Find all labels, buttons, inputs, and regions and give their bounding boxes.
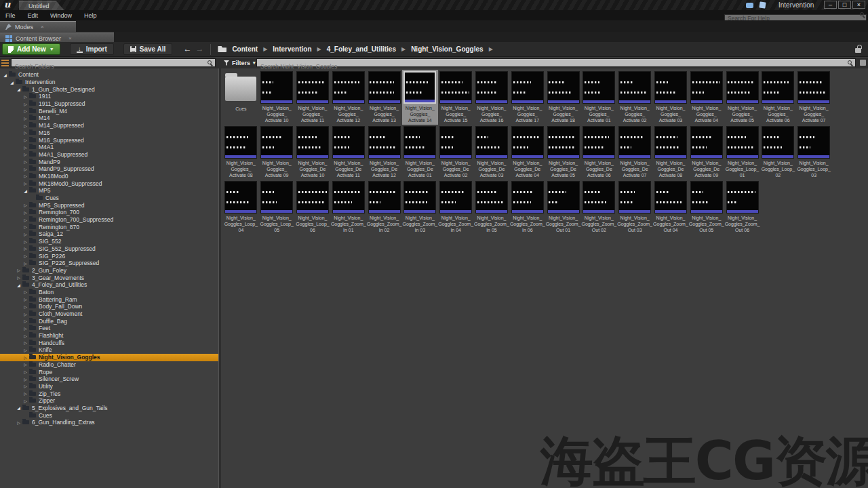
collapsed-arrow-icon[interactable]: ▷ bbox=[22, 116, 28, 121]
collapsed-arrow-icon[interactable]: ▷ bbox=[22, 174, 28, 178]
tree-item-cues[interactable]: Cues bbox=[0, 195, 218, 202]
save-all-button[interactable]: Save All bbox=[123, 43, 173, 55]
collapsed-arrow-icon[interactable]: ▷ bbox=[22, 218, 28, 222]
asset-tile-night_vision_goggles_deactivate-03[interactable]: Night_Vision_Goggles_DeActivate 03 bbox=[474, 125, 510, 180]
collapsed-arrow-icon[interactable]: ▷ bbox=[22, 123, 28, 128]
tree-item-m14_suppressed[interactable]: ▷M14_Suppressed bbox=[0, 122, 218, 129]
asset-tile-night_vision_goggles_activate-10[interactable]: Night_Vision_Goggles_Activate 10 bbox=[259, 70, 295, 125]
asset-tile-night_vision_goggles_zoom_in-06[interactable]: Night_Vision_Goggles_Zoom_In 06 bbox=[509, 180, 545, 235]
collapsed-arrow-icon[interactable]: ▷ bbox=[22, 239, 28, 244]
import-button[interactable]: ↓ Import bbox=[70, 43, 114, 55]
collapsed-arrow-icon[interactable]: ▷ bbox=[22, 289, 28, 294]
collapsed-arrow-icon[interactable]: ▷ bbox=[22, 333, 28, 338]
tree-item-mk18mod0_suppressed[interactable]: ▷MK18Mod0_Suppressed bbox=[0, 180, 218, 187]
save-search-icon[interactable] bbox=[860, 60, 866, 66]
close-icon[interactable]: × bbox=[41, 24, 44, 30]
tree-item-4_foley_and_utilities[interactable]: ◢4_Foley_and_Utilities bbox=[0, 281, 218, 289]
tree-item-sig_552_suppressed[interactable]: ▷SIG_552_Suppressed bbox=[0, 245, 218, 253]
asset-tile-night_vision_goggles_deactivate-02[interactable]: Night_Vision_Goggles_DeActivate 02 bbox=[438, 125, 474, 180]
tree-item-radio_chatter[interactable]: ▷Radio_Chatter bbox=[0, 361, 218, 369]
collapsed-arrow-icon[interactable]: ▷ bbox=[22, 108, 28, 113]
menu-file[interactable]: File bbox=[5, 12, 16, 19]
breadcrumb-item-4_foley_and_utilities[interactable]: 4_Foley_and_Utilities bbox=[327, 45, 396, 53]
document-tab[interactable]: Untitled bbox=[19, 1, 64, 10]
asset-tile-night_vision_goggles_deactivate-04[interactable]: Night_Vision_Goggles_DeActivate 04 bbox=[509, 125, 545, 180]
asset-tile-night_vision_goggles_deactivate-06[interactable]: Night_Vision_Goggles_DeActivate 06 bbox=[581, 125, 617, 180]
filters-dropdown[interactable]: Filters ▾ bbox=[224, 58, 256, 68]
asset-tile-night_vision_goggles_activate-14[interactable]: Night_Vision_Goggles_Activate 14 bbox=[402, 70, 438, 125]
unlock-icon[interactable] bbox=[855, 48, 861, 53]
asset-tile-night_vision_goggles_deactivate-09[interactable]: Night_Vision_Goggles_DeActivate 09 bbox=[688, 125, 724, 180]
collapsed-arrow-icon[interactable]: ▷ bbox=[22, 167, 28, 171]
collapsed-arrow-icon[interactable]: ▷ bbox=[22, 138, 28, 142]
collapsed-arrow-icon[interactable]: ▷ bbox=[22, 319, 28, 323]
tree-item-feet[interactable]: ▷Feet bbox=[0, 325, 218, 332]
asset-tile-night_vision_goggles_zoom_in-01[interactable]: Night_Vision_Goggles_Zoom_In 01 bbox=[330, 180, 366, 235]
asset-tile-night_vision_goggles_activate-05[interactable]: Night_Vision_Goggles_Activate 05 bbox=[724, 70, 760, 125]
asset-tile-night_vision_goggles_activate-09[interactable]: Night_Vision_Goggles_Activate 09 bbox=[259, 125, 295, 180]
add-new-button[interactable]: Add New ▼ bbox=[2, 43, 60, 55]
collapsed-arrow-icon[interactable]: ▷ bbox=[22, 102, 28, 106]
tree-item-sig_552[interactable]: ▷SIG_552 bbox=[0, 238, 218, 245]
collapsed-arrow-icon[interactable]: ▷ bbox=[22, 253, 28, 258]
tree-item-mk18mod0[interactable]: ▷MK18Mod0 bbox=[0, 173, 218, 180]
collapsed-arrow-icon[interactable]: ▷ bbox=[22, 399, 28, 403]
tree-item-mandp9_suppressed[interactable]: ▷MandP9_Suppressed bbox=[0, 165, 218, 173]
collapsed-arrow-icon[interactable]: ▷ bbox=[22, 261, 28, 266]
tree-item-saiga_12[interactable]: ▷Saiga_12 bbox=[0, 230, 218, 238]
asset-tile-night_vision_goggles_zoom_in-02[interactable]: Night_Vision_Goggles_Zoom_In 02 bbox=[366, 180, 402, 235]
collapsed-arrow-icon[interactable]: ▷ bbox=[16, 420, 22, 425]
tree-item-m4a1_suppressed[interactable]: ▷M4A1_Suppressed bbox=[0, 151, 218, 159]
collapsed-arrow-icon[interactable]: ▷ bbox=[22, 377, 28, 382]
tree-item-m16[interactable]: ▷M16 bbox=[0, 129, 218, 137]
tree-item-m14[interactable]: ▷M14 bbox=[0, 115, 218, 122]
expanded-arrow-icon[interactable]: ◢ bbox=[16, 283, 22, 287]
asset-tile-night_vision_goggles_zoom_in-05[interactable]: Night_Vision_Goggles_Zoom_In 05 bbox=[474, 180, 510, 235]
collapsed-arrow-icon[interactable]: ▷ bbox=[22, 340, 28, 345]
tree-item-battering_ram[interactable]: ▷Battering_Ram bbox=[0, 296, 218, 303]
asset-tile-night_vision_goggles_zoom_out-05[interactable]: Night_Vision_Goggles_Zoom_Out 05 bbox=[688, 180, 724, 235]
tree-item-1911_suppressed[interactable]: ▷1911_Suppressed bbox=[0, 100, 218, 108]
collapsed-arrow-icon[interactable]: ▷ bbox=[22, 297, 28, 302]
tree-item-handcuffs[interactable]: ▷Handcuffs bbox=[0, 339, 218, 346]
breadcrumb-item-intervention[interactable]: Intervention bbox=[273, 45, 311, 53]
sources-panel-toggle-icon[interactable] bbox=[1, 60, 9, 66]
asset-tile-night_vision_goggles_activate-08[interactable]: Night_Vision_Goggles_Activate 08 bbox=[223, 125, 259, 180]
asset-tile-night_vision_goggles_deactivate-01[interactable]: Night_Vision_Goggles_DeActivate 01 bbox=[402, 125, 438, 180]
collapsed-arrow-icon[interactable]: ▷ bbox=[16, 268, 22, 272]
asset-tile-night_vision_goggles_deactivate-08[interactable]: Night_Vision_Goggles_DeActivate 08 bbox=[653, 125, 689, 180]
tree-item-body_fall_down[interactable]: ▷Body_Fall_Down bbox=[0, 303, 218, 310]
asset-tile-night_vision_goggles_zoom_out-04[interactable]: Night_Vision_Goggles_Zoom_Out 04 bbox=[653, 180, 689, 235]
tab-modes[interactable]: Modes × bbox=[0, 21, 76, 32]
tree-item-mandp9[interactable]: ▷MandP9 bbox=[0, 158, 218, 165]
tree-item-m4a1[interactable]: ▷M4A1 bbox=[0, 144, 218, 151]
tree-item-intervention[interactable]: ◢Intervention bbox=[0, 79, 218, 86]
collapsed-arrow-icon[interactable]: ▷ bbox=[22, 355, 28, 360]
asset-tile-night_vision_goggles_activate-13[interactable]: Night_Vision_Goggles_Activate 13 bbox=[366, 70, 402, 125]
asset-tile-night_vision_goggles_zoom_in-04[interactable]: Night_Vision_Goggles_Zoom_In 04 bbox=[438, 180, 474, 235]
asset-tile-night_vision_goggles_activate-02[interactable]: Night_Vision_Goggles_Activate 02 bbox=[617, 70, 653, 125]
tree-item-cloth_movement[interactable]: ▷Cloth_Movement bbox=[0, 310, 218, 318]
collapsed-arrow-icon[interactable]: ▷ bbox=[22, 232, 28, 237]
asset-tile-night_vision_goggles_loop_04[interactable]: Night_Vision_Goggles_Loop_04 bbox=[223, 180, 259, 235]
expanded-arrow-icon[interactable]: ◢ bbox=[9, 80, 15, 85]
asset-tile-night_vision_goggles_activate-18[interactable]: Night_Vision_Goggles_Activate 18 bbox=[545, 70, 581, 125]
tree-item-duffle_bag[interactable]: ▷Duffle_Bag bbox=[0, 317, 218, 325]
asset-tile-night_vision_goggles_activate-07[interactable]: Night_Vision_Goggles_Activate 07 bbox=[796, 70, 832, 125]
expanded-arrow-icon[interactable]: ◢ bbox=[2, 73, 8, 77]
tree-item-zipper[interactable]: ▷Zipper bbox=[0, 397, 218, 405]
asset-tile-night_vision_goggles_zoom_out-01[interactable]: Night_Vision_Goggles_Zoom_Out 01 bbox=[545, 180, 581, 235]
tree-item-content[interactable]: ◢Content bbox=[0, 71, 218, 79]
asset-tile-night_vision_goggles_zoom_out-03[interactable]: Night_Vision_Goggles_Zoom_Out 03 bbox=[617, 180, 653, 235]
engine-cube-icon[interactable] bbox=[759, 1, 766, 8]
collapsed-arrow-icon[interactable]: ▷ bbox=[22, 362, 28, 367]
collapsed-arrow-icon[interactable]: ▷ bbox=[22, 326, 28, 331]
tree-item-zip_ties[interactable]: ▷Zip_Ties bbox=[0, 390, 218, 397]
asset-tile-night_vision_goggles_deactivate-10[interactable]: Night_Vision_Goggles_DeActivate 10 bbox=[295, 125, 331, 180]
minimize-button[interactable]: – bbox=[824, 1, 837, 9]
close-icon[interactable]: × bbox=[68, 35, 72, 41]
menu-edit[interactable]: Edit bbox=[28, 12, 39, 19]
tree-item-5_explosives_and_gun_tails[interactable]: ◢5_Explosives_and_Gun_Tails bbox=[0, 405, 218, 412]
collapsed-arrow-icon[interactable]: ▷ bbox=[22, 304, 28, 309]
collapsed-arrow-icon[interactable]: ▷ bbox=[22, 203, 28, 207]
